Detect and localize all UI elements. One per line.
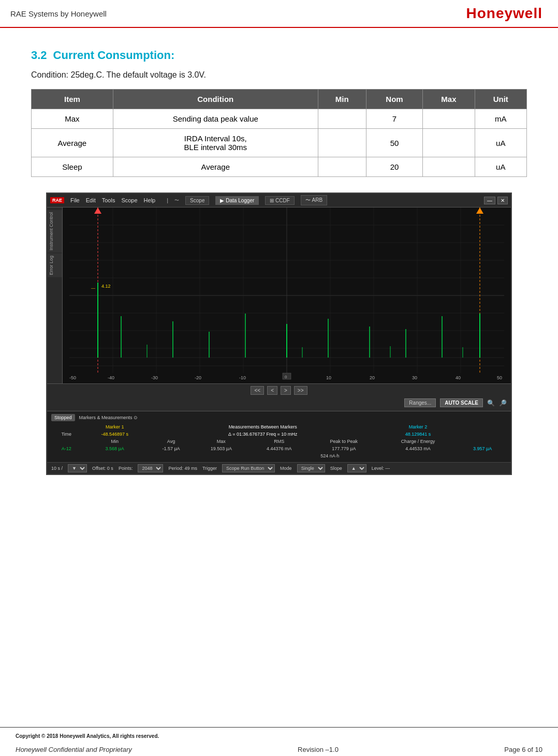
page-header: RAE Systems by Honeywell Honeywell: [0, 0, 558, 28]
table-row: Average IRDA Interval 10s,BLE interval 3…: [32, 129, 527, 157]
zoom-icon2[interactable]: 🔎: [499, 399, 507, 407]
status-period: Period: 49 ms: [168, 466, 197, 471]
menu-file[interactable]: File: [70, 197, 80, 203]
cell-item-2: Sleep: [32, 157, 113, 177]
meas-rms-val: 177.779 µA: [310, 445, 377, 452]
scope-run-dropdown[interactable]: Scope Run Button: [222, 464, 275, 472]
main-content: 3.2 Current Consumption: Condition: 25de…: [0, 28, 558, 496]
tab-scope[interactable]: Scope: [185, 196, 209, 205]
meas-col-min-label: Min: [82, 438, 148, 445]
svg-text:30: 30: [412, 375, 417, 380]
meas-a12-label: A-12: [51, 445, 82, 452]
nav-back-fast[interactable]: <<: [251, 386, 264, 395]
footer-top: Copyright © 2018 Honeywell Analytics, Al…: [0, 728, 558, 743]
menu-help[interactable]: Help: [144, 197, 156, 203]
cell-unit-1: uA: [475, 129, 526, 157]
meas-max-val: 4.44376 mA: [248, 445, 310, 452]
meas-marker1-label: Marker 1: [82, 423, 148, 431]
cell-nom-0: 7: [366, 109, 422, 129]
scope-window-controls: — ✕: [484, 197, 508, 204]
meas-charge-row: 524 nA·h: [51, 452, 458, 459]
scope-container: RAE File Edit Tools Scope Help | 〜 Scope…: [31, 192, 527, 475]
sidebar-error-log[interactable]: Error Log: [48, 254, 62, 277]
cell-condition-0: Sending data peak value: [113, 109, 318, 129]
scope-menubar: RAE File Edit Tools Scope Help | 〜 Scope…: [47, 194, 511, 207]
mode-dropdown[interactable]: Single: [297, 464, 325, 472]
footer-page: Page 6 of 10: [504, 746, 542, 753]
nav-forward[interactable]: >: [281, 386, 291, 395]
meas-col-charge-label: Charge / Energy: [378, 438, 459, 445]
honeywell-logo: Honeywell: [466, 5, 542, 22]
svg-text:0: 0: [285, 375, 287, 379]
section-title: Current Consumption:: [53, 49, 175, 62]
ranges-button[interactable]: Ranges...: [404, 398, 436, 407]
meas-col-peak-label: Peak to Peak: [310, 438, 377, 445]
svg-text:-20: -20: [195, 375, 201, 380]
cell-max-2: [423, 157, 475, 177]
stopped-badge: Stopped: [51, 414, 75, 421]
points-dropdown[interactable]: 2048: [138, 464, 163, 472]
col-header-nom: Nom: [366, 90, 422, 109]
meas-marker1-time: -48.546897 s: [82, 431, 148, 438]
cell-max-0: [423, 109, 475, 129]
cell-unit-0: mA: [475, 109, 526, 129]
svg-text:10: 10: [326, 375, 331, 380]
scope-measurements-panel: Stopped Markers & Measurements ⊙ Marker …: [47, 411, 511, 462]
tab-arb[interactable]: 〜 ARB: [301, 195, 327, 205]
page-footer: Copyright © 2018 Honeywell Analytics, Al…: [0, 727, 558, 756]
col-header-max: Max: [423, 90, 475, 109]
meas-col-empty2: [51, 438, 82, 445]
scope-auto-scale-row: Ranges... AUTO SCALE 🔍 🔎: [51, 397, 507, 409]
cell-max-1: [423, 129, 475, 157]
cell-min-1: [318, 129, 366, 157]
menu-edit[interactable]: Edit: [86, 197, 96, 203]
auto-scale-button[interactable]: AUTO SCALE: [440, 398, 483, 407]
col-header-condition: Condition: [113, 90, 318, 109]
menu-tools[interactable]: Tools: [102, 197, 115, 203]
meas-col-avg-label: Avg: [148, 438, 194, 445]
svg-text:4.12: 4.12: [101, 284, 111, 289]
footer-confidential: Honeywell Confidential and Proprietary: [16, 746, 132, 753]
cell-condition-2: Average: [113, 157, 318, 177]
slope-dropdown[interactable]: ▲: [347, 464, 366, 472]
footer-bottom: Honeywell Confidential and Proprietary R…: [0, 743, 558, 756]
scope-close-btn[interactable]: ✕: [497, 197, 508, 204]
condition-text: Condition: 25deg.C. The default voltage …: [31, 70, 527, 80]
meas-delta: Δ = 01:36.676737 Freq = 10 mHz: [148, 431, 378, 438]
scope-nav-row: << < > >>: [51, 386, 507, 395]
sidebar-instrument-control[interactable]: Instrument Control: [48, 210, 62, 253]
scope-body: Instrument Control Error Log: [47, 207, 511, 383]
tab-ccdf[interactable]: ⊞ CCDF: [265, 196, 295, 205]
table-row: Sleep Average 20 uA: [32, 157, 527, 177]
measurements-table: Marker 1 Measurements Between Markers Ma…: [51, 423, 507, 459]
status-offset: Offset: 0 s: [92, 466, 113, 471]
scope-sidebar-left: Instrument Control Error Log: [47, 207, 63, 383]
meas-marker2-time: 48.129841 s: [378, 431, 459, 438]
scope-chart-svg: 4.12 — -50 -40 -30 -20 -10 0 10 20 30 40…: [63, 207, 511, 383]
scope-statusbar: 10 s / ▼ Offset: 0 s Points: 2048 Period…: [47, 462, 511, 474]
zoom-icon1[interactable]: 🔍: [487, 399, 495, 407]
scope-minimize-btn[interactable]: —: [484, 197, 495, 204]
nav-back[interactable]: <: [267, 386, 277, 395]
status-level: Level: ---: [372, 466, 390, 471]
svg-text:-40: -40: [108, 375, 114, 380]
tab-data-logger[interactable]: ▶ Data Logger: [215, 196, 259, 205]
meas-between-label: Measurements Between Markers: [148, 423, 378, 431]
status-trigger-label: Trigger: [202, 466, 217, 471]
cell-min-2: [318, 157, 366, 177]
nav-forward-fast[interactable]: >>: [294, 386, 307, 395]
meas-avg-val: 19.503 µA: [194, 445, 248, 452]
section-heading: 3.2 Current Consumption:: [31, 49, 527, 62]
menu-scope[interactable]: Scope: [121, 197, 137, 203]
svg-text:-50: -50: [69, 375, 76, 380]
svg-text:-10: -10: [239, 375, 246, 380]
footer-copyright: Copyright © 2018 Honeywell Analytics, Al…: [16, 733, 159, 739]
time-dropdown[interactable]: ▼: [68, 464, 87, 472]
svg-text:-30: -30: [151, 375, 158, 380]
meas-label-empty: [51, 423, 82, 431]
meas-charge-label-inline: 524 nA·h: [170, 453, 339, 458]
cell-min-0: [318, 109, 366, 129]
meas-marker2-label: Marker 2: [378, 423, 459, 431]
table-row: Max Sending data peak value 7 mA: [32, 109, 527, 129]
status-mode-label: Mode: [280, 466, 292, 471]
